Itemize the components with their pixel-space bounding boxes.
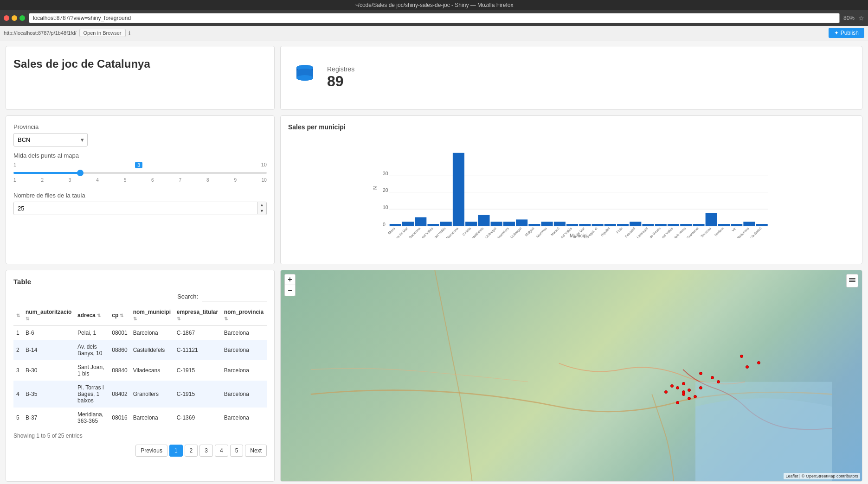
stats-content: Registres 89 [327,65,851,90]
svg-rect-18 [849,278,855,279]
bar [415,217,426,226]
bar [743,222,755,226]
col-adreca[interactable]: adreca [75,305,109,326]
map-layers-button[interactable] [846,274,858,287]
bar-label: Manresa [535,226,548,238]
bar [718,224,730,226]
map-dot [694,395,697,398]
close-window-dot[interactable] [4,15,9,21]
stats-card: Registres 89 [280,46,862,110]
bar-label: Ripollet [600,226,611,237]
table-row: 4 B-35 Pl. Torras i Bages, 1 baixos 0840… [13,381,267,408]
app-container: Sales de joc de Catalunya Registres 89 P… [0,40,868,484]
search-label: Search: [177,293,198,300]
cell-cp: 08402 [109,381,130,408]
bar-label: Mataró [550,226,560,236]
controls-card: Província BCN GIR LLE TAR ▾ Mida dels pu… [6,115,275,265]
col-nom-municipi[interactable]: nom_municipi [130,305,174,326]
bar [693,224,704,226]
cell-cp: 08840 [109,360,130,381]
map-dot [682,393,685,396]
bar-label: Viladecans [735,226,750,238]
bar-label: Granollers [496,226,510,238]
slider-thumb[interactable] [77,170,84,176]
bar [390,224,401,226]
col-nom-provincia[interactable]: nom_provincia [221,305,267,326]
search-input[interactable] [202,291,267,301]
col-empresa-titular[interactable]: empresa_titular [174,305,221,326]
slider-fill [13,172,82,174]
cell-cp: 08001 [109,326,130,340]
table-card: Table Search: num_autoritzacio adreca cp… [6,270,275,482]
page-4-button[interactable]: 4 [215,445,228,457]
col-num-autoritzacio[interactable]: num_autoritzacio [23,305,75,326]
bar [516,219,527,226]
bar-label: Barcelona [445,226,459,238]
col-cp[interactable]: cp [109,305,130,326]
previous-button[interactable]: Previous [135,445,167,457]
minimize-window-dot[interactable] [12,15,17,21]
page-2-button[interactable]: 2 [185,445,198,457]
provincia-select[interactable]: BCN GIR LLE TAR [13,133,88,146]
browser-chrome: 80% ☆ [0,10,868,26]
map-dot [717,380,720,383]
showing-text: Showing 1 to 5 of 25 entries [13,433,267,439]
stats-value: 89 [327,73,851,90]
svg-text:10: 10 [383,205,388,210]
map-zoom-in-button[interactable]: + [284,274,296,285]
cell-nom-municipi: Barcelona [130,326,174,340]
bar [706,213,717,226]
map-zoom-out-button[interactable]: − [284,285,296,296]
bar [579,224,591,226]
bar [554,222,566,226]
toolbar-url: http://localhost:8787/p/1b48f1fd/ [4,30,77,36]
publish-button[interactable]: ✦ Publish [829,28,864,38]
cell-num-autoritzacio: B-30 [23,360,75,381]
stats-label: Registres [327,65,851,73]
bar [566,224,578,226]
page-3-button[interactable]: 3 [199,445,213,457]
bar [528,224,540,226]
bar-label: Tordera [714,226,725,237]
map-dot [757,361,760,364]
map-dot [676,386,679,389]
cell-nom-provincia: Barcelona [221,326,267,340]
layers-icon [849,276,856,284]
rows-input[interactable] [14,202,257,215]
maximize-window-dot[interactable] [19,15,25,21]
rows-input-wrapper: ▲ ▼ [13,202,267,215]
col-index[interactable] [13,305,23,326]
info-icon: ℹ [129,30,130,36]
bar-label: Badalona [408,226,422,238]
spinner-down-button[interactable]: ▼ [257,208,266,214]
spinner-up-button[interactable]: ▲ [257,202,266,208]
chart-card: Sales per municipi 0 10 20 30 N AlteraAr… [280,115,862,265]
cell-adreca: Sant Joan, 1 bis [75,360,109,381]
svg-text:20: 20 [383,188,388,193]
page-1-button[interactable]: 1 [169,445,183,457]
cell-empresa-titular: C-1915 [174,381,221,408]
cell-cp: 08860 [109,340,130,360]
cell-nom-provincia: Barcelona [221,408,267,428]
map-dot [740,355,743,358]
svg-rect-19 [849,280,855,280]
map-placeholder: + − Leaflet | © OpenStreetMap contributo… [281,270,862,481]
map-dot [688,388,691,392]
bar-label: Vic [731,226,738,233]
table-body: 1 B-6 Pelai, 1 08001 Barcelona C-1867 Ba… [13,326,267,428]
page-5-button[interactable]: 5 [230,445,244,457]
next-button[interactable]: Next [245,445,267,457]
star-icon[interactable]: ☆ [858,14,864,22]
url-bar[interactable] [29,13,840,23]
slider-max-label: 10 [261,162,267,168]
map-dot [699,386,702,389]
cell-nom-provincia: Barcelona [221,381,267,408]
cell-empresa-titular: C-1867 [174,326,221,340]
bar [630,222,641,226]
cell-num-autoritzacio: B-35 [23,381,75,408]
map-dot [699,372,702,375]
open-in-browser-button[interactable]: Open in Browser [79,29,126,37]
search-row: Search: [13,291,267,301]
bar [604,224,616,226]
bar [478,215,489,226]
